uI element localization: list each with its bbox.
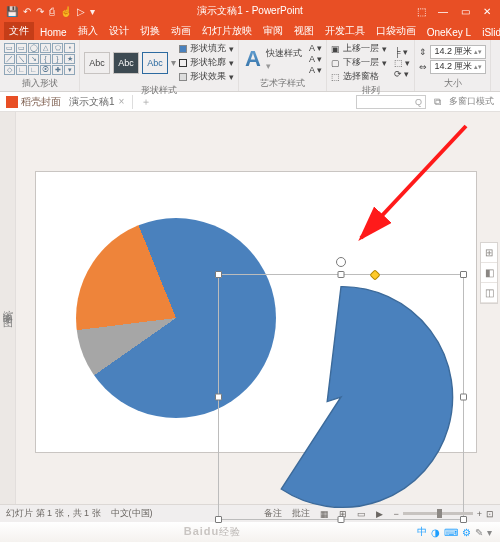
undo-icon[interactable]: ↶ bbox=[23, 6, 31, 17]
partial-circle-shape[interactable] bbox=[226, 282, 456, 512]
align-icon[interactable]: ╞ ▾ bbox=[394, 47, 411, 57]
editor-area: 缩略图 bbox=[0, 112, 500, 504]
rotate-handle[interactable] bbox=[336, 257, 346, 267]
app-tab[interactable]: 稻壳封面 bbox=[6, 95, 61, 109]
start-icon[interactable]: ▷ bbox=[77, 6, 85, 17]
height-icon: ⇕ bbox=[419, 47, 427, 57]
resize-handle-se[interactable] bbox=[460, 516, 467, 523]
tab-pocket[interactable]: 口袋动画 bbox=[371, 22, 421, 40]
shape-fill-button[interactable]: 形状填充 ▾ bbox=[179, 42, 234, 55]
flyout-fill-icon[interactable]: ◧ bbox=[481, 263, 497, 283]
tab-view[interactable]: 视图 bbox=[289, 22, 319, 40]
doc-tab[interactable]: 演示文稿1× bbox=[69, 95, 133, 109]
minimize-icon[interactable]: — bbox=[434, 6, 452, 17]
tab-dev[interactable]: 开发工具 bbox=[320, 22, 370, 40]
text-effect-icon[interactable]: A ▾ bbox=[309, 65, 322, 75]
tray-icon-3[interactable]: ⚙ bbox=[462, 527, 471, 538]
selection-pane-button[interactable]: ⬚ 选择窗格 bbox=[331, 70, 387, 83]
width-input[interactable]: 14.2 厘米▴▾ bbox=[430, 60, 486, 74]
ribbon-options-icon[interactable]: ⬚ bbox=[412, 6, 430, 17]
group-wordart: A 快速样式 ▾ A ▾ A ▾ A ▾ 艺术字样式 bbox=[239, 40, 327, 91]
tab-design[interactable]: 设计 bbox=[104, 22, 134, 40]
tab-islide[interactable]: iSlide bbox=[477, 25, 500, 40]
quick-style-button[interactable]: 快速样式 bbox=[266, 47, 302, 60]
tray-icon-2[interactable]: ⌨ bbox=[444, 527, 458, 538]
footer: Baidu经验 中 ◑ ⌨ ⚙ ✎ ▾ bbox=[0, 522, 500, 542]
resize-handle-ne[interactable] bbox=[460, 271, 467, 278]
zoom-in-button[interactable]: + bbox=[477, 509, 482, 519]
shape-outline-button[interactable]: 形状轮廓 ▾ bbox=[179, 56, 234, 69]
shape-gallery[interactable]: ▭▭◯△⬠￬ ／＼↘{}★ ◇∟∟⦿✚▾ bbox=[4, 43, 75, 75]
title-bar: 💾 ↶ ↷ ⎙ ☝ ▷ ▾ 演示文稿1 - PowerPoint ⬚ — ▭ ✕ bbox=[0, 0, 500, 22]
tab-insert[interactable]: 插入 bbox=[73, 22, 103, 40]
tab-home[interactable]: Home bbox=[35, 25, 72, 40]
rotate-icon[interactable]: ⟳ ▾ bbox=[394, 69, 411, 79]
slide-counter: 幻灯片 第 1 张，共 1 张 bbox=[6, 507, 101, 520]
slide-stage[interactable]: ⊞ ◧ ◫ bbox=[16, 112, 500, 504]
resize-handle-s[interactable] bbox=[338, 516, 345, 523]
doc-close-icon[interactable]: × bbox=[119, 96, 125, 107]
resize-handle-nw[interactable] bbox=[215, 271, 222, 278]
ppt-icon bbox=[6, 96, 18, 108]
thumbnail-strip[interactable]: 缩略图 bbox=[0, 112, 16, 504]
tab-transition[interactable]: 切换 bbox=[135, 22, 165, 40]
close-icon[interactable]: ✕ bbox=[478, 6, 496, 17]
new-tab-button[interactable]: ＋ bbox=[141, 95, 151, 109]
group-label-art: 艺术字样式 bbox=[243, 76, 322, 90]
style-preset-1[interactable]: Abc bbox=[84, 52, 110, 74]
ribbon-tabs: 文件 Home 插入 设计 切换 动画 幻灯片放映 审阅 视图 开发工具 口袋动… bbox=[0, 22, 500, 40]
print-icon[interactable]: ⎙ bbox=[49, 6, 55, 17]
style-more-icon[interactable]: ▾ bbox=[171, 57, 176, 68]
send-backward-button[interactable]: ▢ 下移一层 ▾ bbox=[331, 56, 387, 69]
search-input[interactable]: Q bbox=[356, 95, 426, 109]
text-fill-icon[interactable]: A ▾ bbox=[309, 43, 322, 53]
system-tray: 中 ◑ ⌨ ⚙ ✎ ▾ bbox=[417, 525, 492, 539]
lang-indicator[interactable]: 中文(中国) bbox=[111, 507, 153, 520]
shape-effect-button[interactable]: 形状效果 ▾ bbox=[179, 70, 234, 83]
resize-handle-e[interactable] bbox=[460, 394, 467, 401]
redo-icon[interactable]: ↷ bbox=[36, 6, 44, 17]
group-shape-style: Abc Abc Abc ▾ 形状填充 ▾ 形状轮廓 ▾ 形状效果 ▾ 形状样式 bbox=[80, 40, 239, 91]
save-icon[interactable]: 💾 bbox=[6, 6, 18, 17]
watermark: Baidu经验 bbox=[184, 525, 242, 539]
multiwindow-label[interactable]: 多窗口模式 bbox=[449, 95, 494, 108]
flyout-crop-icon[interactable]: ◫ bbox=[481, 283, 497, 303]
window-title: 演示文稿1 - PowerPoint bbox=[197, 4, 303, 18]
quick-access-toolbar: 💾 ↶ ↷ ⎙ ☝ ▷ ▾ bbox=[0, 6, 101, 17]
resize-handle-sw[interactable] bbox=[215, 516, 222, 523]
group-insert-shape: ▭▭◯△⬠￬ ／＼↘{}★ ◇∟∟⦿✚▾ 插入形状 bbox=[0, 40, 80, 91]
adjust-handle-1[interactable] bbox=[369, 269, 380, 280]
multiwindow-icon[interactable]: ⧉ bbox=[434, 96, 441, 108]
ime-icon[interactable]: 中 bbox=[417, 525, 427, 539]
touch-icon[interactable]: ☝ bbox=[60, 6, 72, 17]
document-bar: 稻壳封面 演示文稿1× ＋ Q ⧉ 多窗口模式 bbox=[0, 92, 500, 112]
flyout-layout-icon[interactable]: ⊞ bbox=[481, 243, 497, 263]
tab-animation[interactable]: 动画 bbox=[166, 22, 196, 40]
qat-more-icon[interactable]: ▾ bbox=[90, 6, 95, 17]
tray-icon-4[interactable]: ✎ bbox=[475, 527, 483, 538]
fit-button[interactable]: ⊡ bbox=[486, 509, 494, 519]
side-flyout: ⊞ ◧ ◫ bbox=[480, 242, 498, 304]
group-label-size: 大小 bbox=[419, 76, 486, 90]
ribbon: ▭▭◯△⬠￬ ／＼↘{}★ ◇∟∟⦿✚▾ 插入形状 Abc Abc Abc ▾ … bbox=[0, 40, 500, 92]
tray-icon-1[interactable]: ◑ bbox=[431, 527, 440, 538]
maximize-icon[interactable]: ▭ bbox=[456, 6, 474, 17]
tab-review[interactable]: 审阅 bbox=[258, 22, 288, 40]
group-size: ⇕ 14.2 厘米▴▾ ⇔ 14.2 厘米▴▾ 大小 bbox=[415, 40, 491, 91]
resize-handle-n[interactable] bbox=[338, 271, 345, 278]
tab-file[interactable]: 文件 bbox=[4, 22, 34, 40]
style-preset-3[interactable]: Abc bbox=[142, 52, 168, 74]
bring-forward-button[interactable]: ▣ 上移一层 ▾ bbox=[331, 42, 387, 55]
text-outline-icon[interactable]: A ▾ bbox=[309, 54, 322, 64]
zoom-slider[interactable] bbox=[403, 512, 473, 515]
wordart-icon[interactable]: A bbox=[243, 46, 263, 72]
resize-handle-w[interactable] bbox=[215, 394, 222, 401]
tray-icon-5[interactable]: ▾ bbox=[487, 527, 492, 538]
style-preset-2[interactable]: Abc bbox=[113, 52, 139, 74]
height-input[interactable]: 14.2 厘米▴▾ bbox=[430, 45, 486, 59]
slide[interactable] bbox=[36, 172, 476, 452]
group-icon[interactable]: ⬚ ▾ bbox=[394, 58, 411, 68]
group-arrange: ▣ 上移一层 ▾ ▢ 下移一层 ▾ ⬚ 选择窗格 ╞ ▾ ⬚ ▾ ⟳ ▾ 排列 bbox=[327, 40, 416, 91]
tab-onekey[interactable]: OneKey L bbox=[422, 25, 476, 40]
tab-slideshow[interactable]: 幻灯片放映 bbox=[197, 22, 257, 40]
